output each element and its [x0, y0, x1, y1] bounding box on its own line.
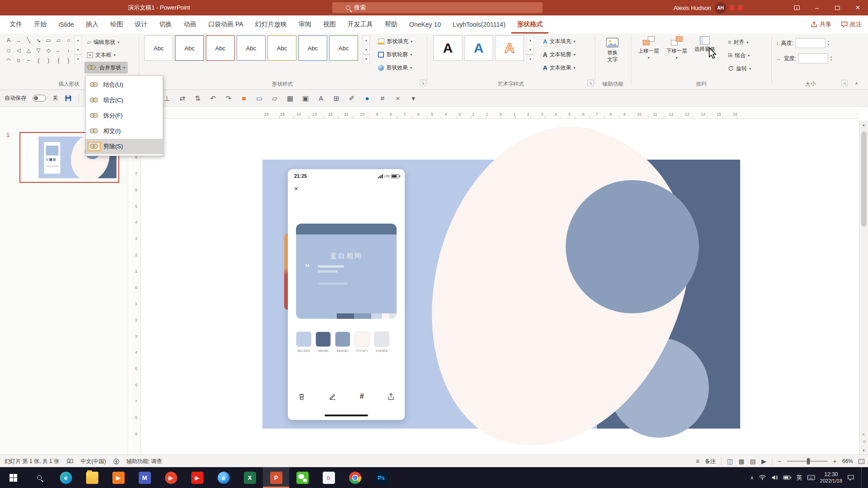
previous-slide-button[interactable]: « — [860, 430, 868, 439]
taskbar-app[interactable] — [342, 467, 368, 488]
taskbar-app[interactable] — [79, 467, 105, 488]
gallery-up-icon[interactable]: ▴ — [363, 35, 370, 45]
shape-gallery-item[interactable]: A — [4, 35, 14, 45]
ribbon-display-options-button[interactable]: ∧ — [786, 0, 807, 15]
taskbar-app[interactable] — [289, 467, 315, 488]
shape-style-tile[interactable]: Abc — [144, 35, 173, 61]
ribbon-tab[interactable]: 视图 — [317, 15, 342, 34]
qat-icon[interactable]: ⊞ — [332, 94, 341, 102]
normal-view-button[interactable]: ◫ — [727, 458, 733, 465]
shape-fill-button[interactable]: 形状填充▾ — [375, 35, 415, 47]
accessibility-status[interactable]: 辅助功能: 调查 — [126, 458, 162, 465]
merge-menu-item[interactable]: 拆分(F) — [86, 108, 163, 123]
qat-icon[interactable]: ▱ — [270, 94, 279, 102]
fit-to-window-icon[interactable] — [858, 459, 864, 464]
ribbon-tab[interactable]: 文件 — [4, 15, 28, 34]
account-area[interactable]: Alexis Hudson AH — [674, 0, 742, 15]
autosave-toggle[interactable] — [33, 95, 46, 102]
qat-icon[interactable]: ▾ — [409, 94, 418, 102]
ribbon-tab[interactable]: 开发工具 — [342, 15, 379, 34]
scroll-up-icon[interactable]: ▲ — [859, 121, 868, 129]
minimize-button[interactable]: – — [807, 0, 827, 15]
maximize-button[interactable] — [827, 0, 848, 15]
avatar[interactable]: AH — [715, 2, 726, 14]
shape-style-tile[interactable]: Abc — [329, 35, 358, 61]
slide-sorter-view-button[interactable]: ▦ — [738, 458, 744, 465]
qat-icon[interactable]: ↷ — [224, 94, 233, 102]
shape-gallery-item[interactable]: ↓ — [63, 45, 73, 55]
ribbon-tab[interactable]: iSlide — [53, 15, 80, 34]
accessibility-icon[interactable] — [113, 459, 119, 464]
height-field[interactable] — [795, 38, 825, 48]
wordart-style-tile[interactable]: A — [464, 35, 493, 61]
dialog-launcher-icon[interactable]: ↘ — [587, 80, 594, 86]
align-button[interactable]: ≡对齐▾ — [725, 36, 754, 48]
save-icon[interactable] — [64, 94, 72, 102]
zoom-out-button[interactable]: − — [778, 458, 781, 465]
shape-gallery-item[interactable]: ▱ — [53, 35, 63, 45]
merge-menu-item[interactable]: 剪除(S) — [86, 139, 163, 154]
shape-gallery-item[interactable]: ↘ — [34, 35, 44, 45]
text-box-button[interactable]: A 文本框▾ — [84, 49, 128, 61]
shape-gallery-item[interactable]: ▽ — [34, 45, 44, 55]
ribbon-tab[interactable]: 幻灯片放映 — [249, 15, 293, 34]
text-effects-button[interactable]: A文本效果▾ — [540, 62, 578, 73]
qat-icon[interactable]: ⇄ — [178, 94, 187, 102]
taskbar-app[interactable]: e — [210, 467, 237, 488]
text-fill-button[interactable]: A文本填充▾ — [540, 35, 578, 47]
gallery-more-icon[interactable]: ▾ — [363, 54, 370, 64]
phone-mockup[interactable]: 21:25 LTE × 蓝白相间 “ — [288, 169, 405, 420]
clock[interactable]: 12:30 2022/1/18 — [820, 471, 842, 484]
start-button[interactable] — [0, 467, 26, 488]
shape-style-tile[interactable]: Abc — [237, 35, 266, 61]
shape-outline-button[interactable]: 形状轮廓▾ — [375, 49, 415, 60]
show-desktop-button[interactable] — [861, 467, 863, 488]
taskbar-app[interactable]: M — [131, 467, 158, 488]
qat-icon[interactable]: A — [316, 94, 325, 102]
send-backward-button[interactable]: 下移一层 ▾ — [664, 36, 690, 60]
merge-menu-item[interactable]: 结合(U) — [86, 77, 163, 93]
next-slide-button[interactable]: « — [860, 438, 868, 447]
qat-icon[interactable]: ● — [363, 94, 372, 102]
qat-icon[interactable]: × — [393, 94, 402, 102]
shape-gallery-item[interactable]: ╲ — [24, 35, 34, 45]
selection-pane-button[interactable]: 选择窗格 — [692, 36, 718, 53]
merge-menu-item[interactable]: 组合(C) — [86, 93, 163, 108]
shape-style-tile[interactable]: Abc — [206, 35, 235, 61]
taskbar-app[interactable]: ▶ — [105, 467, 131, 488]
reading-view-button[interactable]: ▤ — [750, 458, 756, 465]
shape-gallery-item[interactable]: ○ — [63, 35, 73, 45]
ribbon-tab[interactable]: 口袋动画 PA — [202, 15, 249, 34]
edit-shape-button[interactable]: ▱ 编辑形状▾ — [84, 36, 128, 48]
shape-gallery-item[interactable]: ( — [34, 55, 44, 65]
proofing-icon[interactable] — [67, 459, 73, 464]
qat-icon[interactable]: ⊥ — [162, 94, 171, 102]
tray-expand-icon[interactable]: ∧ — [750, 475, 754, 481]
shape-gallery-item[interactable]: ← — [53, 45, 63, 55]
input-language-indicator[interactable]: 英 — [796, 473, 802, 482]
gallery-up-icon[interactable]: ▴ — [74, 35, 82, 45]
rotate-button[interactable]: 旋转▾ — [725, 63, 754, 74]
slide-canvas[interactable]: 21:25 LTE × 蓝白相间 “ — [143, 121, 859, 454]
qat-icon[interactable]: ■ — [239, 94, 248, 102]
shape-gallery-item[interactable]: ☺ — [14, 55, 24, 65]
wordart-style-tile[interactable]: A — [433, 35, 462, 61]
taskbar-app[interactable]: e — [53, 467, 79, 488]
shape-style-tile[interactable]: Abc — [298, 35, 327, 61]
gallery-down-icon[interactable]: ▾ — [363, 45, 370, 54]
qat-icon[interactable]: ▣ — [301, 94, 310, 102]
zoom-level[interactable]: 66% — [842, 458, 853, 464]
alt-text-button[interactable]: 替换文字 — [599, 37, 626, 63]
gallery-more-icon[interactable]: ▾ — [74, 54, 82, 64]
vertical-scrollbar[interactable]: ▲ « « ▼ — [859, 121, 868, 454]
ribbon-tab[interactable]: 切换 — [153, 15, 178, 34]
shape-gallery-item[interactable]: □ — [4, 45, 14, 55]
large-circle-shape[interactable] — [566, 180, 699, 313]
taskbar-app[interactable]: b — [315, 467, 342, 488]
gallery-up-icon[interactable]: ▴ — [527, 35, 534, 45]
notification-center-icon[interactable] — [847, 474, 854, 481]
qat-icon[interactable]: # — [378, 94, 387, 102]
gallery-down-icon[interactable]: ▾ — [527, 45, 534, 54]
volume-icon[interactable] — [771, 474, 778, 481]
ribbon-tab[interactable]: OneKey 10 — [403, 15, 447, 34]
